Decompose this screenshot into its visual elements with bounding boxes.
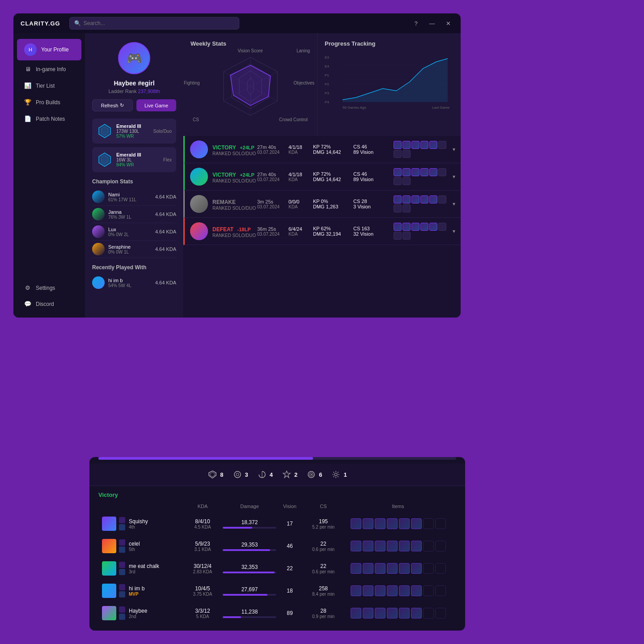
champ-kda: 4.64 KDA	[155, 212, 176, 217]
match-lp: +24LP	[240, 172, 254, 178]
match-history: VICTORY +24LP RANKED SOLO/DUO 27m 40s 03…	[183, 136, 461, 318]
item-slot	[394, 195, 402, 203]
champ-icon	[92, 208, 105, 220]
bp-player-row: Haybee 2nd 3/3/12 5 KDA 11,238 89 28 0.9…	[98, 603, 456, 623]
sidebar-bottom: ⚙ Settings 💬 Discord	[13, 280, 85, 312]
match-cs: CS 28 3 Vision	[353, 199, 394, 209]
bp-dmg-bar-bg	[223, 594, 276, 596]
match-row[interactable]: REMAKE RANKED SOLO/DUO 3m 25s 03.07.2024…	[183, 191, 461, 218]
bp-stat-3: 4	[257, 470, 273, 479]
match-kda: 4/1/18	[288, 172, 313, 177]
bp-spell-icon-1	[119, 539, 125, 546]
sidebar-label-patchnotes: Patch Notes	[36, 116, 65, 122]
match-kp: KP 62% DMG 32,194	[313, 226, 353, 237]
radar-label-laning: Laning	[297, 48, 310, 53]
svg-marker-27	[210, 472, 215, 477]
sidebar-item-settings[interactable]: ⚙ Settings	[17, 280, 81, 296]
match-expand-button[interactable]: ▾	[453, 174, 455, 180]
bp-item	[387, 608, 398, 619]
item-slot	[402, 168, 411, 176]
champ-row: Janna 76% 3W 1L 4.64 KDA	[92, 206, 176, 223]
sidebar-item-tierlist[interactable]: 📊 Tier List	[17, 78, 81, 93]
sidebar-item-discord[interactable]: 💬 Discord	[17, 296, 81, 312]
refresh-button[interactable]: Refresh ↻	[92, 99, 133, 111]
search-input[interactable]	[84, 20, 235, 26]
bp-player-cs: 22 0.6 per min	[303, 541, 343, 552]
champ-sub: 0% 0W 1L	[108, 250, 152, 254]
horizontal-scrollbar[interactable]	[98, 457, 456, 460]
match-date: 03.07.2024	[257, 177, 288, 182]
bp-stat-6: 1	[331, 470, 347, 479]
champ-kda: 4.64 KDA	[155, 246, 176, 252]
item-slot	[402, 223, 411, 231]
profile-rank-number: 237,908th	[138, 89, 160, 94]
item-slot	[411, 195, 419, 203]
help-button[interactable]: ?	[411, 18, 421, 29]
match-expand-button[interactable]: ▾	[453, 201, 455, 207]
match-champion-icon	[190, 168, 208, 186]
main-content: 🎮 Haybee #egirl Ladder Rank 237,908th Re…	[85, 33, 461, 318]
bp-header-items: Items	[343, 504, 453, 509]
recent-name: hi im b	[108, 278, 152, 283]
minimize-button[interactable]: —	[427, 18, 437, 29]
item-slot	[402, 177, 411, 185]
bp-player-row: Squishy 4th 8/4/10 4.5 KDA 18,372 17 195…	[98, 513, 456, 534]
bp-item	[399, 608, 410, 619]
sidebar-item-profile[interactable]: H Your Profile	[17, 39, 81, 60]
bp-player-name: celel	[129, 541, 169, 547]
bp-player-icons	[119, 562, 125, 575]
match-cs: CS 163 32 Vision	[353, 226, 394, 237]
svg-point-34	[335, 473, 337, 476]
match-time: 27m 40s 03.07.2024	[257, 144, 288, 155]
bp-spell-icon-1	[119, 562, 125, 568]
bp-item	[399, 563, 410, 574]
match-row[interactable]: VICTORY +24LP RANKED SOLO/DUO 27m 40s 03…	[183, 136, 461, 163]
champion-stats-list: Nami 61% 17W 11L 4.64 KDA Janna 76% 3W 1…	[92, 188, 176, 258]
live-game-button[interactable]: Live Game	[136, 99, 176, 111]
bp-stat-1-val: 8	[220, 471, 223, 478]
sidebar-item-patchnotes[interactable]: 📄 Patch Notes	[17, 111, 81, 127]
bp-player-items	[343, 563, 453, 574]
bp-item	[435, 563, 446, 574]
sidebar-label-profile: Your Profile	[41, 47, 69, 53]
sidebar-item-ingame[interactable]: 🖥 In-game Info	[17, 61, 81, 77]
match-items	[394, 141, 447, 158]
sidebar-item-probuilds[interactable]: 🏆 Pro Builds	[17, 94, 81, 110]
progress-tracking-panel: Progress Tracking	[318, 33, 461, 136]
svg-marker-30	[283, 471, 290, 478]
match-expand-button[interactable]: ▾	[453, 228, 455, 234]
match-kda-label: KDA	[288, 232, 313, 237]
bp-item	[375, 563, 386, 574]
bp-item	[363, 518, 373, 529]
bp-player-rank: 4th	[129, 525, 169, 530]
match-kp: KP 0% DMG 1,263	[313, 199, 353, 209]
item-slot	[411, 223, 419, 231]
bp-item	[363, 563, 373, 574]
bp-icon-badge	[282, 470, 292, 479]
match-row[interactable]: DEFEAT -18LP RANKED SOLO/DUO 36m 25s 03.…	[183, 218, 461, 245]
bp-spell-icon-2	[119, 569, 125, 575]
bp-item	[411, 518, 422, 529]
champ-row: Lux 0% 0W 2L 4.64 KDA	[92, 223, 176, 241]
bp-icon-shield	[208, 470, 217, 479]
radar-label-vision: Vision Score	[238, 48, 263, 53]
bp-player-avatar	[102, 606, 116, 620]
bp-player-name: me eat chalk	[129, 563, 169, 569]
profile-username: Haybee #egirl	[92, 80, 176, 87]
match-row[interactable]: VICTORY +24LP RANKED SOLO/DUO 27m 40s 03…	[183, 163, 461, 191]
match-kda-label: KDA	[288, 150, 313, 155]
bp-player-cs: 22 0.6 per min	[303, 563, 343, 574]
recent-icon	[92, 276, 105, 289]
svg-marker-26	[209, 471, 216, 478]
bp-player-cs: 195 5.2 per min	[303, 518, 343, 530]
close-button[interactable]: ✕	[443, 18, 453, 29]
bp-player-name: Haybee	[129, 608, 169, 614]
bp-dmg-bar-bg	[223, 616, 276, 618]
match-expand-button[interactable]: ▾	[453, 146, 455, 153]
bp-player-items	[343, 518, 453, 529]
bp-player-vision: 46	[276, 543, 303, 549]
bp-item	[435, 541, 446, 551]
match-kda: 6/4/24	[288, 226, 313, 232]
bp-player-kda: 10/4/5 3.75 KDA	[182, 585, 223, 597]
svg-text:Last Game: Last Game	[432, 106, 450, 110]
